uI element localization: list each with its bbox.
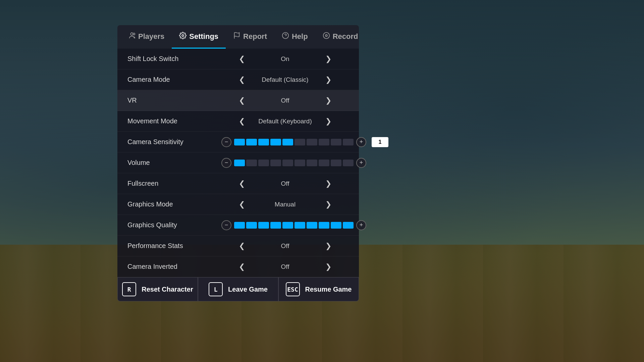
shift-lock-arrow-right[interactable]: ❯ [322,54,335,64]
camera-sensitivity-segment-1[interactable] [246,139,257,145]
camera-sensitivity-segment-4[interactable] [282,139,293,145]
fullscreen-arrow-left[interactable]: ❮ [235,178,248,189]
setting-row-graphics-mode: Graphics Mode❮Manual❯ [117,194,359,215]
volume-segment-1[interactable] [246,160,257,166]
setting-control-camera-inverted: ❮Off❯ [221,261,349,272]
camera-inverted-arrow-left[interactable]: ❮ [235,261,248,272]
movement-mode-arrow-left[interactable]: ❮ [235,116,248,127]
setting-control-shift-lock: ❮On❯ [221,54,349,64]
graphics-quality-minus[interactable]: − [221,220,231,230]
setting-control-performance-stats: ❮Off❯ [221,241,349,251]
volume-minus[interactable]: − [221,158,231,168]
leave-button[interactable]: LLeave Game [198,277,278,301]
volume-segment-9[interactable] [343,160,354,166]
camera-mode-arrow-left[interactable]: ❮ [235,74,248,85]
camera-mode-arrow-right[interactable]: ❯ [322,74,335,85]
setting-label-performance-stats: Performance Stats [127,242,221,250]
volume-segment-0[interactable] [234,160,245,166]
performance-stats-value: Off [252,242,319,250]
graphics-quality-segment-7[interactable] [319,222,329,229]
setting-row-graphics-quality: Graphics Quality−+ [117,215,359,236]
volume-segment-3[interactable] [270,160,281,166]
menu-panel: PlayersSettingsReportHelpRecord Shift Lo… [117,25,359,301]
camera-sensitivity-minus[interactable]: − [221,137,231,147]
graphics-quality-segment-2[interactable] [258,222,269,229]
movement-mode-value: Default (Keyboard) [252,118,319,125]
vr-arrow-left[interactable]: ❮ [235,95,248,106]
setting-row-volume: Volume−+ [117,153,359,173]
fullscreen-arrow-right[interactable]: ❯ [322,178,335,189]
volume-segment-5[interactable] [294,160,305,166]
setting-row-camera-mode: Camera Mode❮Default (Classic)❯ [117,69,359,90]
camera-sensitivity-slider-container: −+ [221,137,388,147]
graphics-quality-track[interactable] [234,222,354,229]
setting-control-vr: ❮Off❯ [221,95,349,106]
reset-button-label: Reset Character [142,286,193,293]
camera-sensitivity-segment-9[interactable] [343,139,354,145]
camera-sensitivity-segment-3[interactable] [270,139,281,145]
graphics-mode-arrow-right[interactable]: ❯ [322,199,335,210]
movement-mode-arrow-right[interactable]: ❯ [322,116,335,127]
setting-label-graphics-mode: Graphics Mode [127,200,221,208]
setting-row-fullscreen: Fullscreen❮Off❯ [117,173,359,194]
graphics-quality-segment-3[interactable] [270,222,281,229]
performance-stats-arrow-left[interactable]: ❮ [235,241,248,251]
camera-inverted-arrow-right[interactable]: ❯ [322,261,335,272]
graphics-quality-plus[interactable]: + [356,220,366,230]
help-icon [282,32,289,41]
svg-point-0 [130,33,133,35]
volume-segment-8[interactable] [331,160,341,166]
record-icon [323,32,330,41]
tab-report-label: Report [243,32,267,41]
tab-players[interactable]: Players [121,25,172,49]
camera-sensitivity-track[interactable] [234,139,354,145]
resume-button[interactable]: ESCResume Game [278,277,359,301]
settings-icon [179,32,186,41]
volume-track[interactable] [234,160,354,166]
reset-button[interactable]: RReset Character [117,277,198,301]
setting-label-camera-inverted: Camera Inverted [127,263,221,270]
settings-content: Shift Lock Switch❮On❯Camera Mode❮Default… [117,49,359,277]
camera-sensitivity-segment-6[interactable] [307,139,317,145]
setting-control-camera-sensitivity: −+ [221,137,388,147]
graphics-quality-segment-8[interactable] [331,222,341,229]
tab-players-label: Players [138,32,164,41]
camera-sensitivity-segment-5[interactable] [294,139,305,145]
volume-plus[interactable]: + [356,158,366,168]
camera-sensitivity-plus[interactable]: + [356,137,366,147]
graphics-quality-segment-0[interactable] [234,222,245,229]
graphics-quality-segment-1[interactable] [246,222,257,229]
camera-sensitivity-segment-0[interactable] [234,139,245,145]
graphics-quality-segment-9[interactable] [343,222,354,229]
graphics-mode-arrow-left[interactable]: ❮ [235,199,248,210]
graphics-mode-value: Manual [252,201,319,208]
tab-record[interactable]: Record [315,25,366,49]
volume-segment-4[interactable] [282,160,293,166]
setting-row-performance-stats: Performance Stats❮Off❯ [117,236,359,256]
shift-lock-value: On [252,55,319,63]
graphics-quality-segment-6[interactable] [307,222,317,229]
tab-help[interactable]: Help [274,25,315,49]
graphics-quality-segment-4[interactable] [282,222,293,229]
tab-settings[interactable]: Settings [172,25,226,49]
tab-report[interactable]: Report [226,25,274,49]
camera-sensitivity-input[interactable] [372,137,388,147]
volume-segment-7[interactable] [319,160,329,166]
camera-sensitivity-segment-2[interactable] [258,139,269,145]
tab-help-label: Help [292,32,308,41]
vr-arrow-right[interactable]: ❯ [322,95,335,106]
setting-label-camera-mode: Camera Mode [127,76,221,83]
setting-label-graphics-quality: Graphics Quality [127,221,221,229]
camera-sensitivity-segment-8[interactable] [331,139,341,145]
setting-row-camera-sensitivity: Camera Sensitivity−+ [117,132,359,153]
volume-segment-2[interactable] [258,160,269,166]
tab-bar: PlayersSettingsReportHelpRecord [117,25,359,49]
graphics-quality-segment-5[interactable] [294,222,305,229]
setting-label-volume: Volume [127,159,221,167]
performance-stats-arrow-right[interactable]: ❯ [322,241,335,251]
shift-lock-arrow-left[interactable]: ❮ [235,54,248,64]
camera-sensitivity-segment-7[interactable] [319,139,329,145]
volume-segment-6[interactable] [307,160,317,166]
setting-label-fullscreen: Fullscreen [127,180,221,187]
setting-row-shift-lock: Shift Lock Switch❮On❯ [117,49,359,69]
